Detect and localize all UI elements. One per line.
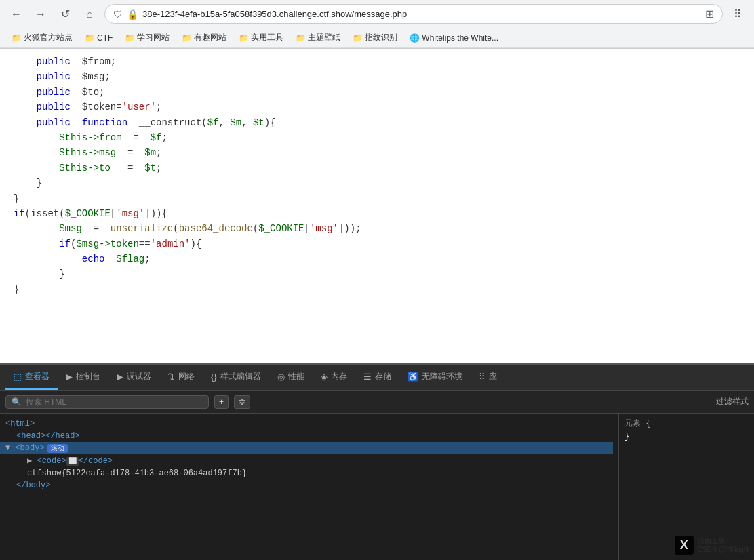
bookmark-icon: 📁 — [182, 33, 192, 43]
styles-element-label: 元素 { — [624, 418, 749, 429]
bookmark-label: 学习网站 — [137, 32, 170, 43]
html-panel: <html><head></head>▼ <body>滚动▶ <code>⬜</… — [0, 414, 618, 560]
bookmark-item[interactable]: 📁CTF — [80, 31, 117, 45]
tab-icon: ▶ — [117, 372, 123, 382]
bookmark-icon: 📁 — [85, 33, 95, 43]
code-line: public $token='user'; — [14, 100, 740, 115]
bookmark-item[interactable]: 📁学习网站 — [120, 30, 174, 45]
code-line: } — [14, 266, 740, 281]
reload-button[interactable]: ↺ — [56, 5, 75, 24]
tab-label: 应 — [489, 371, 497, 382]
nav-bar: ← → ↺ ⌂ 🛡 🔒 38e-123f-4efa-b15a-5fa058f39… — [0, 0, 754, 28]
html-search-box[interactable]: 🔍 — [5, 395, 209, 409]
shield-icon: 🛡 — [113, 9, 123, 20]
url-text: 38e-123f-4efa-b15a-5fa058f395d3.challeng… — [142, 9, 701, 19]
body-caret[interactable]: ▼ — [5, 443, 10, 453]
watermark-x-logo: X — [675, 536, 694, 555]
bookmark-item[interactable]: 🌐Whitelips the White... — [405, 31, 503, 45]
bookmark-label: 主题壁纸 — [308, 32, 340, 43]
tab-icon: ◎ — [277, 372, 285, 382]
code-caret[interactable]: ▶ — [27, 456, 32, 466]
code-line: if(isset($_COOKIE['msg'])){ — [14, 206, 740, 221]
back-button[interactable]: ← — [7, 5, 26, 24]
code-area: public $from; public $msg; public $to; p… — [0, 49, 754, 369]
tab-label: 调试器 — [127, 371, 151, 382]
main-content: public $from; public $msg; public $to; p… — [0, 49, 754, 369]
devtools-tab-网络[interactable]: ⇅网络 — [159, 365, 203, 390]
bookmark-item[interactable]: 📁火狐官方站点 — [7, 30, 77, 45]
code-line: } — [14, 176, 740, 191]
search-icon: 🔍 — [12, 397, 22, 407]
code-line: $this->msg = $m; — [14, 145, 740, 160]
code-line: public $msg; — [14, 69, 740, 84]
tab-icon: {} — [211, 372, 217, 382]
devtools-tab-无障碍环境[interactable]: ♿无障碍环境 — [399, 365, 471, 390]
devtools-tab-内存[interactable]: ◈内存 — [313, 365, 355, 390]
bookmark-label: CTF — [97, 33, 113, 43]
tab-icon: ♿ — [408, 372, 418, 382]
tab-icon: ▶ — [66, 372, 73, 382]
scroll-badge: 滚动 — [47, 444, 68, 453]
html-tree-line: ▼ <body>滚动 — [0, 442, 613, 454]
devtools-tabs: ⬚查看器▶控制台▶调试器⇅网络{}样式编辑器◎性能◈内存☰存储♿无障碍环境⠿应 — [0, 365, 754, 391]
tab-label: 网络 — [178, 371, 195, 382]
devtools-tab-样式编辑器[interactable]: {}样式编辑器 — [203, 365, 269, 390]
html-search-input[interactable] — [26, 397, 203, 407]
tab-label: 查看器 — [25, 371, 49, 382]
bookmark-icon: 📁 — [239, 33, 249, 43]
bookmark-label: Whitelips the White... — [422, 33, 498, 43]
code-line: public $to; — [14, 85, 740, 100]
code-line: echo $flag; — [14, 252, 740, 266]
bookmark-item[interactable]: 📁实用工具 — [234, 30, 288, 45]
bookmark-item[interactable]: 📁主题壁纸 — [291, 30, 345, 45]
bookmark-label: 火狐官方站点 — [24, 32, 73, 43]
pick-element-button[interactable]: ✲ — [234, 395, 250, 409]
forward-button[interactable]: → — [31, 5, 50, 24]
filter-styles-label: 过滤样式 — [716, 396, 749, 407]
bookmark-icon: 📁 — [12, 33, 22, 43]
code-line: if($msg->token=='admin'){ — [14, 237, 740, 252]
devtools-tab-调试器[interactable]: ▶调试器 — [108, 365, 159, 390]
tab-label: 无障碍环境 — [422, 371, 462, 382]
qr-icon: ⊞ — [705, 7, 714, 20]
code-line: $this->to = $t; — [14, 161, 740, 176]
watermark-line2: CSDN @YKingH — [698, 545, 749, 554]
html-tree-line: </body> — [5, 479, 613, 492]
bookmark-icon: 📁 — [125, 33, 135, 43]
bookmark-label: 指纹识别 — [365, 32, 397, 43]
html-tree-line: ▶ <code>⬜</code> — [5, 454, 613, 467]
code-line: $this->from = $f; — [14, 130, 740, 145]
tab-icon: ⇅ — [167, 372, 175, 382]
extensions-button[interactable]: ⠿ — [728, 5, 747, 24]
tab-icon: ⠿ — [479, 372, 485, 382]
add-element-button[interactable]: + — [214, 395, 229, 409]
devtools-tab-查看器[interactable]: ⬚查看器 — [5, 365, 58, 390]
watermark: X 自由互联 CSDN @YKingH — [675, 536, 749, 555]
browser-chrome: ← → ↺ ⌂ 🛡 🔒 38e-123f-4efa-b15a-5fa058f39… — [0, 0, 754, 49]
home-button[interactable]: ⌂ — [80, 5, 99, 24]
devtools-panel: ⬚查看器▶控制台▶调试器⇅网络{}样式编辑器◎性能◈内存☰存储♿无障碍环境⠿应 … — [0, 363, 754, 560]
watermark-line1: 自由互联 — [698, 536, 749, 545]
devtools-tab-应[interactable]: ⠿应 — [471, 365, 505, 390]
devtools-tab-性能[interactable]: ◎性能 — [269, 365, 313, 390]
devtools-tab-控制台[interactable]: ▶控制台 — [58, 365, 108, 390]
bookmark-item[interactable]: 📁有趣网站 — [177, 30, 231, 45]
tab-icon: ⬚ — [14, 372, 22, 382]
devtools-body: <html><head></head>▼ <body>滚动▶ <code>⬜</… — [0, 414, 754, 560]
tab-label: 样式编辑器 — [220, 371, 261, 382]
devtools-tab-存储[interactable]: ☰存储 — [355, 365, 399, 390]
bookmarks-bar: 📁火狐官方站点📁CTF📁学习网站📁有趣网站📁实用工具📁主题壁纸📁指纹识别🌐Whi… — [0, 28, 754, 48]
code-line: public $from; — [14, 54, 740, 69]
html-tree-line: <head></head> — [5, 430, 613, 442]
tab-icon: ◈ — [321, 372, 328, 382]
code-line: $msg = unserialize(base64_decode($_COOKI… — [14, 221, 740, 236]
address-bar[interactable]: 🛡 🔒 38e-123f-4efa-b15a-5fa058f395d3.chal… — [104, 4, 723, 24]
bookmark-icon: 📁 — [296, 33, 306, 43]
tab-label: 性能 — [288, 371, 304, 382]
bookmark-icon: 📁 — [353, 33, 363, 43]
watermark-text: 自由互联 CSDN @YKingH — [698, 536, 749, 554]
code-line: } — [14, 191, 740, 206]
bookmark-item[interactable]: 📁指纹识别 — [348, 30, 402, 45]
bookmark-icon: 🌐 — [410, 33, 420, 43]
html-tree-line: ctfshow{5122eafa-d178-41b3-ae68-06a4ad19… — [5, 467, 613, 479]
